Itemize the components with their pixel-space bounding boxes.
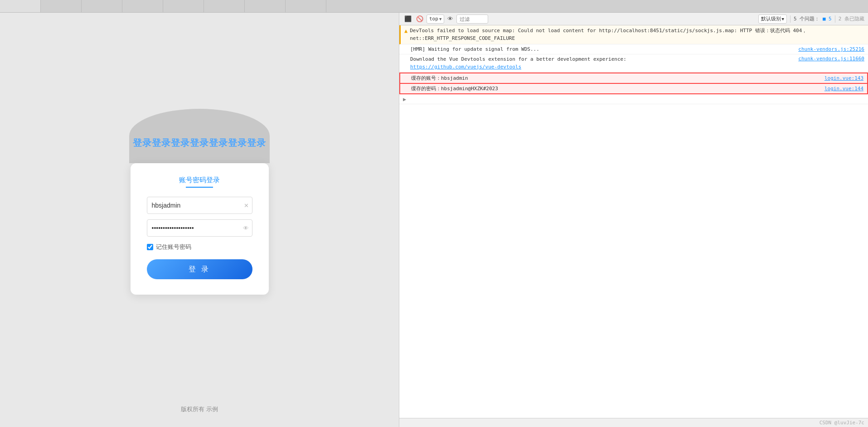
- login-card-wrapper: 登录登录登录登录登录登录登录 账号密码登录 ✕ 👁: [129, 109, 270, 295]
- login-title-banner: 登录登录登录登录登录登录登录: [133, 137, 266, 149]
- top-decoration: 登录登录登录登录登录登录登录: [129, 109, 270, 163]
- visibility-icon[interactable]: 👁: [446, 15, 455, 23]
- toolbar-separator: [790, 15, 790, 23]
- no-icon[interactable]: 🚫: [415, 15, 425, 23]
- console-row-vue: Download the Vue Devtools extension for …: [399, 54, 868, 73]
- eye-icon[interactable]: 👁: [243, 225, 249, 232]
- issues-text: 5 个问题：: [794, 16, 820, 22]
- browser-tab[interactable]: [41, 0, 82, 12]
- vue-source[interactable]: chunk-vendors.js:11660: [798, 56, 864, 62]
- expand-arrow-icon[interactable]: ▶: [403, 96, 406, 102]
- browser-tab[interactable]: [204, 0, 245, 12]
- login-card: 账号密码登录 ✕ 👁 记住账号密码: [131, 163, 269, 295]
- vue-devtools-link[interactable]: https://github.com/vuejs/vue-devtools: [410, 64, 521, 70]
- browser-tab[interactable]: [82, 0, 122, 12]
- login-tab-label[interactable]: 账号密码登录: [179, 176, 220, 184]
- inspect-icon[interactable]: ⬛: [403, 15, 413, 23]
- browser-tab[interactable]: [163, 0, 204, 12]
- console-row-cached-password: 缓存的密码：hbsjadmin@HXZK#2023 login.vue:144: [399, 84, 868, 94]
- warning-icon: ▲: [404, 28, 407, 34]
- level-dropdown[interactable]: 默认级别 ▼: [758, 15, 787, 24]
- browser-tabs-bar: [0, 0, 868, 13]
- browser-tab[interactable]: [245, 0, 286, 12]
- remember-label: 记住账号密码: [156, 243, 191, 251]
- issues-label: 5 个问题： ■ 5: [794, 15, 832, 22]
- toolbar-separator2: [835, 15, 835, 23]
- account-source[interactable]: login.vue:143: [824, 75, 863, 81]
- hmr-message: [HMR] Waiting for update signal from WDS…: [410, 46, 795, 52]
- hmr-source[interactable]: chunk-vendors.js:25216: [798, 46, 864, 52]
- cached-password-message: 缓存的密码：hbsjadmin@HXZK#2023: [411, 85, 821, 92]
- console-messages: ▲ DevTools failed to load source map: Co…: [399, 25, 868, 418]
- csdn-watermark: CSDN @luvJie-7c: [820, 420, 864, 426]
- footer-text: 版权所有 示例: [181, 405, 218, 413]
- console-row-arrow: ▶: [399, 94, 868, 104]
- context-dropdown[interactable]: top ▼: [427, 15, 444, 24]
- password-input[interactable]: [147, 219, 252, 237]
- console-row-hmr: [HMR] Waiting for update signal from WDS…: [399, 44, 868, 54]
- devtools-panel: ⬛ 🚫 top ▼ 👁 默认级别 ▼: [399, 13, 868, 427]
- filter-input[interactable]: [456, 15, 488, 24]
- cached-account-message: 缓存的账号：hbsjadmin: [411, 75, 821, 82]
- top-label: top: [429, 16, 438, 22]
- dropdown-arrow: ▼: [439, 17, 441, 21]
- remember-checkbox[interactable]: [147, 244, 153, 250]
- console-row-warning: ▲ DevTools failed to load source map: Co…: [399, 25, 868, 44]
- remember-row: 记住账号密码: [147, 243, 252, 251]
- username-input[interactable]: [147, 197, 252, 214]
- clear-icon[interactable]: ✕: [244, 202, 249, 209]
- username-input-wrapper: ✕: [147, 197, 252, 214]
- vue-message: Download the Vue Devtools extension for …: [410, 56, 795, 71]
- warning-message: DevTools failed to load source map: Coul…: [410, 27, 864, 42]
- issues-count: ■ 5: [823, 16, 832, 22]
- level-arrow: ▼: [782, 17, 784, 21]
- level-label: 默认级别: [761, 15, 781, 22]
- login-button[interactable]: 登 录: [147, 259, 252, 279]
- browser-tab[interactable]: [122, 0, 163, 12]
- password-input-wrapper: 👁: [147, 219, 252, 237]
- password-source[interactable]: login.vue:144: [824, 86, 863, 92]
- console-row-cached-account: 缓存的账号：hbsjadmin login.vue:143: [399, 73, 868, 84]
- tab-underline: [186, 187, 213, 188]
- hidden-label: 2 条已隐藏: [839, 15, 864, 22]
- browser-tab[interactable]: [286, 0, 326, 12]
- login-page: 登录登录登录登录登录登录登录 账号密码登录 ✕ 👁: [0, 13, 399, 427]
- bottom-bar: CSDN @luvJie-7c: [399, 418, 868, 427]
- devtools-toolbar: ⬛ 🚫 top ▼ 👁 默认级别 ▼: [399, 13, 868, 25]
- browser-tab[interactable]: [0, 0, 41, 12]
